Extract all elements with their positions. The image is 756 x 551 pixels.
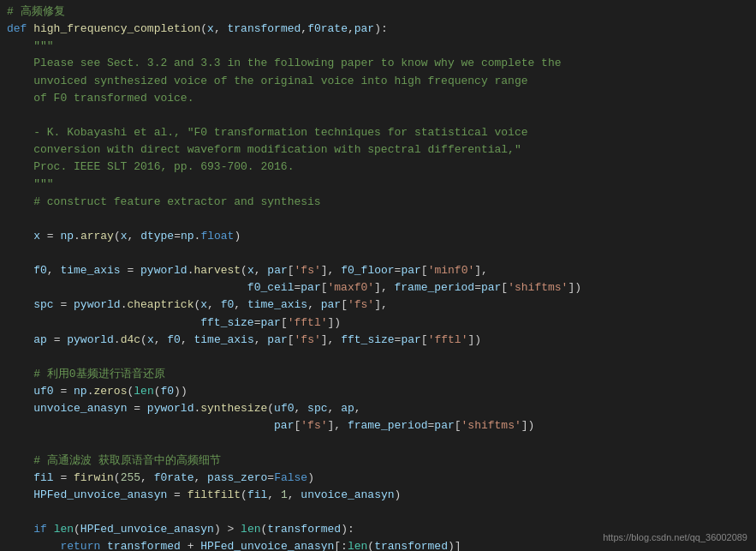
line-22: # 利用0基频进行语音还原 — [0, 366, 756, 383]
docstring-l5: unvoiced synthesized voice of the origin… — [7, 75, 528, 87]
line-16: f0, time_axis = pyworld.harvest(x, par['… — [0, 262, 756, 279]
param-par: par — [354, 22, 374, 35]
docstring-l10: Proc. IEEE SLT 2016, pp. 693-700. 2016. — [7, 160, 294, 173]
line-14: x = np.array(x, dtype=np.float) — [0, 228, 756, 245]
line-4: Please see Sect. 3.2 and 3.3 in the foll… — [0, 55, 756, 72]
line-17: f0_ceil=par['maxf0'], frame_period=par['… — [0, 279, 756, 296]
line-25: par['fs'], frame_period=par['shiftms']) — [0, 417, 756, 434]
line-21 — [0, 349, 756, 366]
keyword-def: def — [7, 22, 33, 35]
line-6: of F0 transformed voice. — [0, 90, 756, 107]
line-18: spc = pyworld.cheaptrick(x, f0, time_axi… — [0, 296, 756, 314]
line-27: # 高通滤波 获取原语音中的高频细节 — [0, 452, 756, 470]
param-x: x — [207, 22, 214, 35]
comment-construct: # construct feature extractor and synthe… — [7, 195, 321, 208]
line-23: uf0 = np.zeros(len(f0)) — [0, 383, 756, 400]
func-name: high_frequency_completion — [33, 22, 200, 35]
var-x: x — [33, 230, 40, 243]
line-3: """ — [0, 38, 756, 55]
line-26 — [0, 435, 756, 452]
docstring-l4: Please see Sect. 3.2 and 3.3 in the foll… — [7, 57, 562, 69]
line-29: HPFed_unvoice_anasyn = filtfilt(fil, 1, … — [0, 487, 756, 504]
line-28: fil = firwin(255, f0rate, pass_zero=Fals… — [0, 470, 756, 487]
watermark: https://blog.csdn.net/qq_36002089 — [603, 532, 747, 542]
docstring-close: """ — [7, 177, 54, 190]
line-10: Proc. IEEE SLT 2016, pp. 693-700. 2016. — [0, 159, 756, 176]
line-15 — [0, 245, 756, 262]
line-9: conversion with direct waveform modifica… — [0, 141, 756, 159]
line-7 — [0, 107, 756, 124]
param-f0rate: f0rate — [307, 22, 348, 35]
docstring-blank — [7, 109, 14, 122]
code-container: # 高频修复 def high_frequency_completion(x, … — [0, 0, 756, 551]
docstring-open: """ — [7, 39, 54, 52]
line-12: # construct feature extractor and synthe… — [0, 194, 756, 211]
param-transformed: transformed — [228, 22, 301, 35]
line-2: def high_frequency_completion(x, transfo… — [0, 21, 756, 38]
comment-1: # 高频修复 — [7, 5, 65, 18]
line-24: unvoice_anasyn = pyworld.synthesize(uf0,… — [0, 400, 756, 417]
paren-open: ( — [200, 22, 207, 35]
line-11: """ — [0, 176, 756, 193]
line-20: ap = pyworld.d4c(x, f0, time_axis, par['… — [0, 332, 756, 349]
line-1: # 高频修复 — [0, 3, 756, 21]
line-13 — [0, 211, 756, 228]
line-5: unvoiced synthesized voice of the origin… — [0, 73, 756, 90]
line-30 — [0, 504, 756, 521]
line-8: - K. Kobayashi et al., "F0 transformatio… — [0, 124, 756, 141]
docstring-l8: - K. Kobayashi et al., "F0 transformatio… — [7, 126, 528, 139]
docstring-l9: conversion with direct waveform modifica… — [7, 143, 521, 156]
docstring-l6: of F0 transformed voice. — [7, 92, 193, 105]
line-19: fft_size=par['fftl']) — [0, 314, 756, 332]
